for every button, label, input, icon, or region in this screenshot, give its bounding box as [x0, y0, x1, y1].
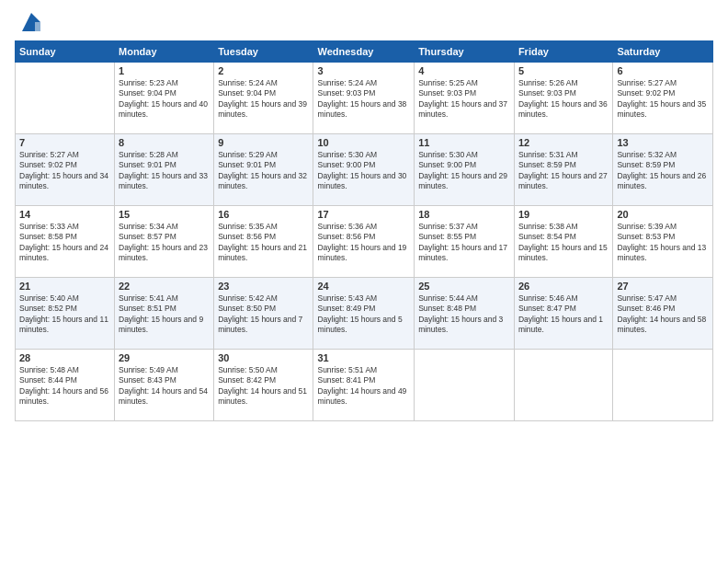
- day-number: 30: [218, 352, 309, 363]
- calendar-header-row: Sunday Monday Tuesday Wednesday Thursday…: [16, 41, 713, 63]
- calendar-day-cell: 18Sunrise: 5:37 AM Sunset: 8:55 PM Dayli…: [415, 206, 515, 278]
- day-number: 12: [518, 137, 609, 148]
- calendar-day-cell: 15Sunrise: 5:34 AM Sunset: 8:57 PM Dayli…: [115, 206, 214, 278]
- day-info: Sunrise: 5:48 AM Sunset: 8:44 PM Dayligh…: [19, 365, 110, 408]
- calendar-day-cell: 31Sunrise: 5:51 AM Sunset: 8:41 PM Dayli…: [313, 350, 415, 421]
- day-number: 14: [19, 209, 110, 220]
- day-number: 2: [218, 65, 309, 76]
- calendar-day-cell: 1Sunrise: 5:23 AM Sunset: 9:04 PM Daylig…: [115, 63, 214, 134]
- day-info: Sunrise: 5:31 AM Sunset: 8:59 PM Dayligh…: [518, 150, 609, 192]
- calendar-day-cell: 14Sunrise: 5:33 AM Sunset: 8:58 PM Dayli…: [16, 206, 115, 278]
- day-number: 3: [317, 65, 410, 76]
- day-info: Sunrise: 5:36 AM Sunset: 8:56 PM Dayligh…: [317, 222, 410, 264]
- day-number: 17: [317, 209, 410, 220]
- day-info: Sunrise: 5:30 AM Sunset: 9:00 PM Dayligh…: [317, 150, 410, 192]
- calendar-day-cell: 25Sunrise: 5:44 AM Sunset: 8:48 PM Dayli…: [415, 278, 515, 350]
- calendar-day-cell: 3Sunrise: 5:24 AM Sunset: 9:03 PM Daylig…: [313, 63, 415, 134]
- header: [15, 9, 713, 35]
- calendar-day-cell: 9Sunrise: 5:29 AM Sunset: 9:01 PM Daylig…: [214, 134, 313, 206]
- day-number: 8: [119, 137, 210, 148]
- day-info: Sunrise: 5:33 AM Sunset: 8:58 PM Dayligh…: [19, 222, 110, 264]
- calendar-day-cell: [16, 63, 115, 134]
- day-number: 9: [218, 137, 309, 148]
- calendar-day-cell: 13Sunrise: 5:32 AM Sunset: 8:59 PM Dayli…: [613, 134, 713, 206]
- day-number: 23: [218, 281, 309, 292]
- calendar-day-cell: 8Sunrise: 5:28 AM Sunset: 9:01 PM Daylig…: [115, 134, 214, 206]
- day-info: Sunrise: 5:25 AM Sunset: 9:03 PM Dayligh…: [418, 78, 510, 121]
- day-number: 26: [518, 281, 609, 292]
- day-number: 29: [119, 352, 210, 363]
- calendar-day-cell: 19Sunrise: 5:38 AM Sunset: 8:54 PM Dayli…: [514, 206, 612, 278]
- day-info: Sunrise: 5:27 AM Sunset: 9:02 PM Dayligh…: [617, 78, 709, 121]
- calendar-day-cell: 2Sunrise: 5:24 AM Sunset: 9:04 PM Daylig…: [214, 63, 313, 134]
- calendar-day-cell: [415, 350, 515, 421]
- day-number: 6: [617, 65, 709, 76]
- calendar-week-row: 28Sunrise: 5:48 AM Sunset: 8:44 PM Dayli…: [16, 350, 713, 421]
- calendar-day-cell: 4Sunrise: 5:25 AM Sunset: 9:03 PM Daylig…: [415, 63, 515, 134]
- day-info: Sunrise: 5:26 AM Sunset: 9:03 PM Dayligh…: [518, 78, 609, 121]
- day-info: Sunrise: 5:42 AM Sunset: 8:50 PM Dayligh…: [218, 293, 309, 336]
- day-number: 27: [617, 281, 709, 292]
- day-info: Sunrise: 5:51 AM Sunset: 8:41 PM Dayligh…: [317, 365, 410, 408]
- calendar-week-row: 1Sunrise: 5:23 AM Sunset: 9:04 PM Daylig…: [16, 63, 713, 134]
- day-info: Sunrise: 5:24 AM Sunset: 9:03 PM Dayligh…: [317, 78, 410, 121]
- day-number: 4: [418, 65, 510, 76]
- header-thursday: Thursday: [415, 41, 515, 63]
- header-tuesday: Tuesday: [214, 41, 313, 63]
- calendar-day-cell: 26Sunrise: 5:46 AM Sunset: 8:47 PM Dayli…: [514, 278, 612, 350]
- calendar-day-cell: 27Sunrise: 5:47 AM Sunset: 8:46 PM Dayli…: [613, 278, 713, 350]
- page: Sunday Monday Tuesday Wednesday Thursday…: [0, 0, 728, 563]
- header-sunday: Sunday: [16, 41, 115, 63]
- day-info: Sunrise: 5:39 AM Sunset: 8:53 PM Dayligh…: [617, 222, 709, 264]
- day-number: 20: [617, 209, 709, 220]
- day-info: Sunrise: 5:23 AM Sunset: 9:04 PM Dayligh…: [119, 78, 210, 121]
- day-info: Sunrise: 5:50 AM Sunset: 8:42 PM Dayligh…: [218, 365, 309, 408]
- header-monday: Monday: [115, 41, 214, 63]
- day-info: Sunrise: 5:34 AM Sunset: 8:57 PM Dayligh…: [119, 222, 210, 264]
- day-info: Sunrise: 5:49 AM Sunset: 8:43 PM Dayligh…: [119, 365, 210, 408]
- day-number: 25: [418, 281, 510, 292]
- calendar-day-cell: 11Sunrise: 5:30 AM Sunset: 9:00 PM Dayli…: [415, 134, 515, 206]
- day-number: 15: [119, 209, 210, 220]
- calendar-day-cell: 29Sunrise: 5:49 AM Sunset: 8:43 PM Dayli…: [115, 350, 214, 421]
- day-info: Sunrise: 5:32 AM Sunset: 8:59 PM Dayligh…: [617, 150, 709, 192]
- day-info: Sunrise: 5:43 AM Sunset: 8:49 PM Dayligh…: [317, 293, 410, 336]
- day-info: Sunrise: 5:47 AM Sunset: 8:46 PM Dayligh…: [617, 293, 709, 336]
- logo-icon: [18, 9, 44, 35]
- calendar-day-cell: 10Sunrise: 5:30 AM Sunset: 9:00 PM Dayli…: [313, 134, 415, 206]
- day-number: 1: [119, 65, 210, 76]
- calendar-day-cell: 22Sunrise: 5:41 AM Sunset: 8:51 PM Dayli…: [115, 278, 214, 350]
- day-info: Sunrise: 5:27 AM Sunset: 9:02 PM Dayligh…: [19, 150, 110, 192]
- day-info: Sunrise: 5:30 AM Sunset: 9:00 PM Dayligh…: [418, 150, 510, 192]
- day-number: 19: [518, 209, 609, 220]
- day-number: 5: [518, 65, 609, 76]
- day-info: Sunrise: 5:46 AM Sunset: 8:47 PM Dayligh…: [518, 293, 609, 336]
- calendar-day-cell: 24Sunrise: 5:43 AM Sunset: 8:49 PM Dayli…: [313, 278, 415, 350]
- calendar-table: Sunday Monday Tuesday Wednesday Thursday…: [15, 40, 713, 421]
- logo: [15, 9, 44, 35]
- calendar-day-cell: 30Sunrise: 5:50 AM Sunset: 8:42 PM Dayli…: [214, 350, 313, 421]
- calendar-day-cell: 6Sunrise: 5:27 AM Sunset: 9:02 PM Daylig…: [613, 63, 713, 134]
- day-number: 28: [19, 352, 110, 363]
- day-info: Sunrise: 5:44 AM Sunset: 8:48 PM Dayligh…: [418, 293, 510, 336]
- calendar-day-cell: 7Sunrise: 5:27 AM Sunset: 9:02 PM Daylig…: [16, 134, 115, 206]
- day-number: 10: [317, 137, 410, 148]
- day-number: 22: [119, 281, 210, 292]
- day-number: 11: [418, 137, 510, 148]
- day-number: 18: [418, 209, 510, 220]
- day-number: 7: [19, 137, 110, 148]
- day-info: Sunrise: 5:41 AM Sunset: 8:51 PM Dayligh…: [119, 293, 210, 336]
- calendar-week-row: 14Sunrise: 5:33 AM Sunset: 8:58 PM Dayli…: [16, 206, 713, 278]
- calendar-day-cell: 17Sunrise: 5:36 AM Sunset: 8:56 PM Dayli…: [313, 206, 415, 278]
- header-wednesday: Wednesday: [313, 41, 415, 63]
- day-number: 24: [317, 281, 410, 292]
- day-info: Sunrise: 5:37 AM Sunset: 8:55 PM Dayligh…: [418, 222, 510, 264]
- calendar-day-cell: 28Sunrise: 5:48 AM Sunset: 8:44 PM Dayli…: [16, 350, 115, 421]
- calendar-day-cell: 23Sunrise: 5:42 AM Sunset: 8:50 PM Dayli…: [214, 278, 313, 350]
- day-info: Sunrise: 5:40 AM Sunset: 8:52 PM Dayligh…: [19, 293, 110, 336]
- calendar-day-cell: 21Sunrise: 5:40 AM Sunset: 8:52 PM Dayli…: [16, 278, 115, 350]
- calendar-day-cell: [514, 350, 612, 421]
- calendar-week-row: 7Sunrise: 5:27 AM Sunset: 9:02 PM Daylig…: [16, 134, 713, 206]
- day-info: Sunrise: 5:38 AM Sunset: 8:54 PM Dayligh…: [518, 222, 609, 264]
- day-number: 31: [317, 352, 410, 363]
